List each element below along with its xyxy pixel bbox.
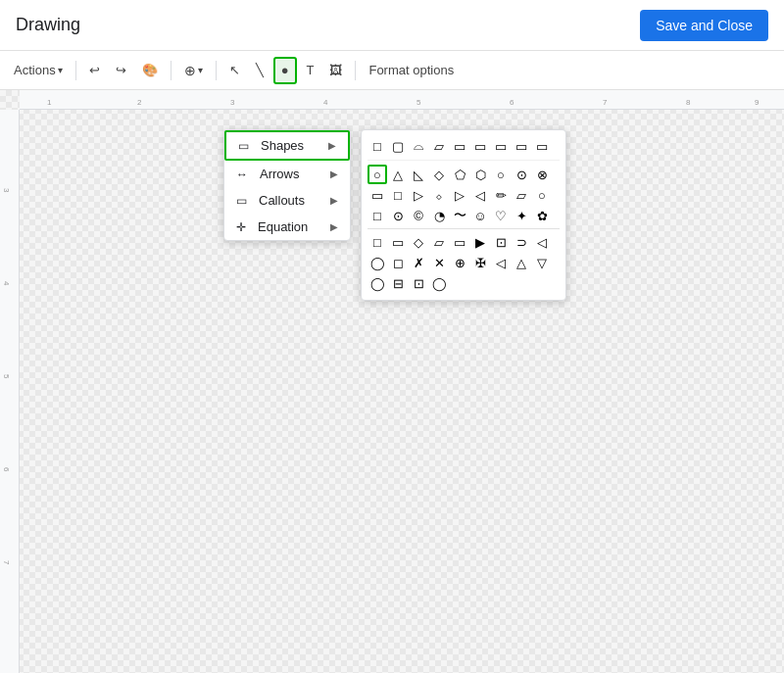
shape-u6[interactable]: ✠ — [470, 253, 490, 272]
line-tool-button[interactable]: ╲ — [250, 57, 270, 84]
ruler-mark: 5 — [2, 374, 11, 378]
shape-s2[interactable]: ⊙ — [388, 206, 408, 225]
shape-s5[interactable]: 〜 — [450, 206, 469, 225]
ruler-mark: 6 — [510, 98, 514, 107]
shape-pentagon[interactable]: ⬠ — [450, 165, 469, 184]
shape-rounded-rect[interactable]: ▢ — [388, 136, 408, 156]
zoom-button[interactable]: ⊕ ▾ — [178, 57, 209, 84]
ruler-mark: 3 — [2, 188, 11, 192]
shape-r9[interactable]: ○ — [532, 185, 552, 205]
shape-u2[interactable]: ◻ — [388, 253, 408, 272]
shape-rect2[interactable]: ▭ — [450, 136, 469, 156]
arrows-submenu-arrow: ▶ — [330, 168, 338, 179]
shape-u1[interactable]: ◯ — [368, 253, 387, 272]
undo-icon: ↩ — [89, 63, 100, 77]
callouts-menu-item[interactable]: ▭ Callouts ▶ — [224, 187, 350, 214]
shape-s3[interactable]: © — [409, 206, 428, 225]
ruler-vertical: 3 4 5 6 7 — [0, 110, 20, 673]
ruler-mark: 2 — [137, 98, 141, 107]
shape-t8[interactable]: ⊃ — [512, 232, 531, 252]
text-tool-button[interactable]: T — [301, 57, 320, 84]
redo-button[interactable]: ↪ — [110, 57, 132, 84]
separator — [216, 61, 217, 80]
ruler-mark: 3 — [230, 98, 234, 107]
shape-t4[interactable]: ▱ — [429, 232, 449, 252]
shape-triangle[interactable]: △ — [388, 165, 408, 184]
shape-rect5[interactable]: ▭ — [512, 136, 531, 156]
callouts-menu-icon: ▭ — [236, 194, 247, 208]
shape-v1[interactable]: ◯ — [368, 273, 387, 293]
shape-v2[interactable]: ⊟ — [388, 273, 408, 293]
ruler-mark: 9 — [755, 98, 759, 107]
shapes-row-7: ◯ ⊟ ⊡ ◯ — [368, 273, 560, 293]
shape-u9[interactable]: ▽ — [532, 253, 552, 272]
shape-t7[interactable]: ⊡ — [491, 232, 511, 252]
shape-r3[interactable]: ▷ — [409, 185, 428, 205]
shape-hexagon[interactable]: ⬡ — [470, 165, 490, 184]
shape-t1[interactable]: □ — [368, 232, 387, 252]
shape-diamond[interactable]: ◇ — [429, 165, 449, 184]
shape-r1[interactable]: ▭ — [368, 185, 387, 205]
shape-t9[interactable]: ◁ — [532, 232, 552, 252]
shape-r5[interactable]: ▷ — [450, 185, 469, 205]
shape-tool-button[interactable]: ● — [273, 57, 297, 84]
ruler-mark: 7 — [603, 98, 607, 107]
canvas-area: 1 2 3 4 5 6 7 8 9 3 4 5 6 7 ▭ Shapes ▶ ↔… — [0, 90, 784, 673]
shape-s6[interactable]: ☺ — [470, 206, 490, 225]
equation-menu-item[interactable]: ✛ Equation ▶ — [224, 214, 350, 240]
shape-circle[interactable]: ○ — [368, 165, 387, 184]
shape-misc1[interactable]: ⊗ — [532, 165, 552, 184]
submenu-separator — [368, 228, 560, 229]
shape-u5[interactable]: ⊕ — [450, 253, 469, 272]
shape-u8[interactable]: △ — [512, 253, 531, 272]
shape-u3[interactable]: ✗ — [409, 253, 428, 272]
select-tool-button[interactable]: ↖ — [223, 57, 246, 84]
shape-t6[interactable]: ▶ — [470, 232, 490, 252]
shape-r8[interactable]: ▱ — [512, 185, 531, 205]
shape-square[interactable]: □ — [368, 136, 387, 156]
actions-button[interactable]: Actions ▾ — [8, 57, 69, 84]
shape-s9[interactable]: ✿ — [532, 206, 552, 225]
shape-trapezoid[interactable]: ⌓ — [409, 136, 428, 156]
shape-v4[interactable]: ◯ — [429, 273, 449, 293]
text-icon: T — [307, 63, 315, 77]
shapes-menu-icon: ▭ — [238, 139, 249, 153]
shapes-dropdown-menu: ▭ Shapes ▶ ↔ Arrows ▶ ▭ Callouts ▶ ✛ Equ… — [223, 129, 351, 241]
shape-octagon[interactable]: ⊙ — [512, 165, 531, 184]
shape-r7[interactable]: ✏ — [491, 185, 511, 205]
arrows-menu-icon: ↔ — [236, 168, 248, 181]
shape-rect6[interactable]: ▭ — [532, 136, 552, 156]
callouts-menu-label: Callouts — [259, 193, 322, 208]
shape-s4[interactable]: ◔ — [429, 206, 449, 225]
basic-shapes-row: □ ▢ ⌓ ▱ ▭ ▭ ▭ ▭ ▭ — [368, 136, 560, 161]
shape-parallelogram[interactable]: ▱ — [429, 136, 449, 156]
save-close-button[interactable]: Save and Close — [640, 10, 768, 41]
shapes-menu-item[interactable]: ▭ Shapes ▶ — [224, 130, 350, 161]
image-tool-button[interactable]: 🖼 — [323, 57, 348, 84]
shape-s1[interactable]: □ — [368, 206, 387, 225]
shape-v3[interactable]: ⊡ — [409, 273, 428, 293]
shape-right-triangle[interactable]: ◺ — [409, 165, 428, 184]
undo-button[interactable]: ↩ — [83, 57, 106, 84]
separator — [171, 61, 172, 80]
chevron-down-icon: ▾ — [58, 65, 63, 75]
shape-heptagon[interactable]: ○ — [491, 165, 511, 184]
shape-r6[interactable]: ◁ — [470, 185, 490, 205]
shape-u4[interactable]: ✕ — [429, 253, 449, 272]
paint-format-button[interactable]: 🎨 — [136, 57, 164, 84]
equation-submenu-arrow: ▶ — [330, 221, 338, 232]
shape-rect3[interactable]: ▭ — [470, 136, 490, 156]
shape-r4[interactable]: ⬦ — [429, 185, 449, 205]
shape-t3[interactable]: ◇ — [409, 232, 428, 252]
actions-label: Actions — [14, 63, 56, 77]
format-options-button[interactable]: Format options — [363, 59, 460, 81]
shape-s8[interactable]: ✦ — [512, 206, 531, 225]
shape-rect4[interactable]: ▭ — [491, 136, 511, 156]
arrows-menu-item[interactable]: ↔ Arrows ▶ — [224, 161, 350, 187]
shape-r2[interactable]: □ — [388, 185, 408, 205]
shape-t5[interactable]: ▭ — [450, 232, 469, 252]
shape-u7[interactable]: ◁ — [491, 253, 511, 272]
shape-s7[interactable]: ♡ — [491, 206, 511, 225]
shape-t2[interactable]: ▭ — [388, 232, 408, 252]
redo-icon: ↪ — [116, 63, 126, 77]
